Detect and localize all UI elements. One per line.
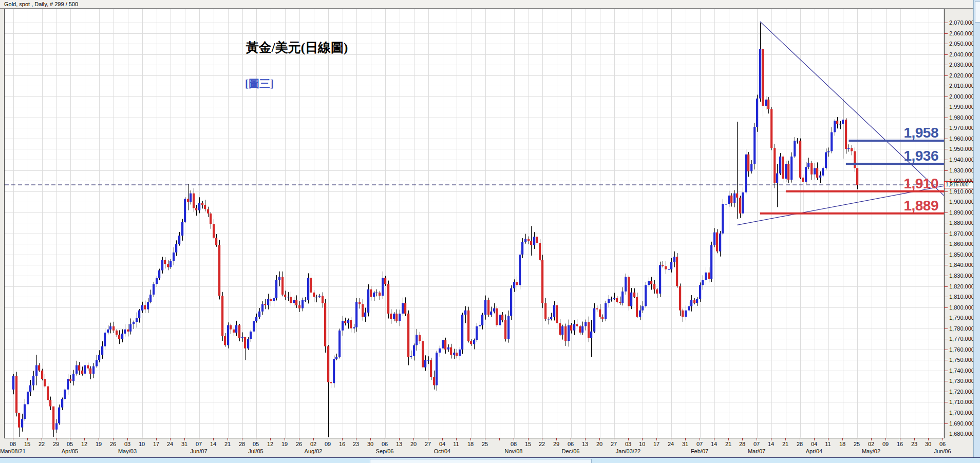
up-candle [158, 271, 160, 278]
up-candle [548, 319, 550, 319]
time-axis-day-label: 31 [178, 441, 191, 447]
up-candle [779, 157, 781, 173]
up-candle [688, 306, 690, 311]
down-candle [193, 194, 195, 208]
up-candle [427, 360, 429, 360]
time-axis-month-label: Jul/05 [238, 448, 274, 454]
time-axis-day-label: 15 [522, 441, 534, 447]
time-axis-day-label: 05 [250, 441, 262, 447]
down-candle [596, 308, 598, 310]
up-candle [287, 297, 289, 297]
level-label-1936: 1,936 [903, 148, 938, 164]
down-candle [52, 407, 54, 430]
vertical-scrollbar-thumb[interactable] [975, 1, 980, 23]
up-candle [756, 99, 758, 127]
time-axis-tick [728, 438, 729, 440]
price-chart-plot[interactable]: 1,9581,9361,9101,889 黃金/美元(日線圖) [圖三] [4, 9, 945, 438]
up-candle [67, 379, 69, 390]
down-candle [167, 264, 169, 267]
time-axis-tick [556, 438, 557, 440]
down-candle [298, 305, 300, 308]
up-candle [710, 245, 712, 279]
time-axis-day-label: 11 [450, 441, 462, 447]
down-candle [87, 365, 89, 369]
down-candle [213, 224, 215, 238]
time-axis-day-label: 27 [608, 441, 620, 447]
up-candle [847, 148, 850, 149]
up-candle [29, 385, 31, 392]
time-axis-day-label: 21 [221, 441, 234, 447]
price-axis-tick [944, 75, 948, 76]
time-axis-day-label: 22 [35, 441, 48, 447]
price-axis-tick [944, 371, 948, 371]
candlestick-canvas[interactable]: 1,9581,9361,9101,889 [5, 9, 944, 438]
time-axis-tick [142, 438, 142, 440]
time-axis-day-label: 20 [593, 441, 606, 447]
up-candle [267, 299, 269, 305]
horizontal-scrollbar-thumb[interactable] [370, 459, 592, 463]
price-axis-label: 1,840.000 [949, 262, 974, 268]
time-axis-day-label: 07 [193, 441, 205, 447]
down-candle [210, 214, 212, 224]
up-candle [173, 253, 175, 261]
up-candle [161, 260, 163, 270]
time-axis-tick [542, 438, 542, 440]
down-candle [739, 198, 741, 214]
up-candle [393, 314, 395, 319]
down-candle [570, 325, 572, 331]
price-axis-label: 1,760.000 [949, 346, 974, 353]
down-candle [856, 168, 858, 185]
price-axis-label: 1,690.000 [949, 420, 974, 427]
time-axis-day-label: 13 [579, 441, 591, 447]
up-candle [839, 124, 841, 124]
up-candle [825, 152, 827, 168]
up-candle [241, 337, 243, 338]
horizontal-scrollbar[interactable] [0, 457, 980, 463]
time-axis-tick [156, 438, 157, 440]
up-candle [690, 300, 692, 306]
up-candle [794, 141, 796, 157]
down-candle [322, 296, 324, 303]
up-candle [745, 155, 747, 192]
up-candle [107, 330, 109, 333]
time-axis-day-label: 28 [794, 441, 806, 447]
up-candle [98, 355, 100, 360]
up-candle [250, 332, 252, 339]
time-axis-month-label: Aug/02 [295, 448, 331, 454]
down-candle [430, 360, 432, 377]
down-candle [433, 377, 435, 385]
up-candle [561, 326, 563, 335]
down-candle [601, 317, 604, 319]
time-axis-tick [213, 438, 214, 440]
time-axis-tick [299, 438, 299, 440]
down-candle [616, 298, 618, 302]
up-candle [524, 239, 526, 242]
up-candle [834, 121, 836, 132]
down-candle [201, 203, 203, 205]
down-candle [579, 326, 581, 333]
down-candle [767, 100, 769, 109]
time-axis-day-label: 08 [507, 441, 520, 447]
up-candle [12, 376, 14, 390]
down-candle [782, 157, 784, 179]
time-axis-tick [42, 438, 42, 440]
price-axis-label: 1,770.000 [949, 336, 974, 342]
up-candle [96, 360, 98, 366]
down-candle [802, 178, 804, 182]
down-candle [747, 155, 749, 171]
time-axis-day-label: 10 [136, 441, 148, 447]
down-candle [708, 273, 710, 279]
down-candle [851, 148, 853, 151]
price-axis-tick [944, 297, 948, 297]
time-axis-day-label: 18 [464, 441, 477, 447]
vertical-scrollbar[interactable] [973, 0, 980, 457]
down-candle [387, 284, 389, 314]
up-candle [722, 204, 724, 234]
up-candle [27, 392, 29, 404]
up-candle [178, 236, 180, 244]
time-axis-month-label: Mar/07 [739, 448, 775, 454]
up-candle [696, 299, 698, 303]
price-axis-label: 1,830.000 [949, 273, 974, 279]
down-candle [218, 245, 220, 296]
up-candle [121, 334, 123, 339]
